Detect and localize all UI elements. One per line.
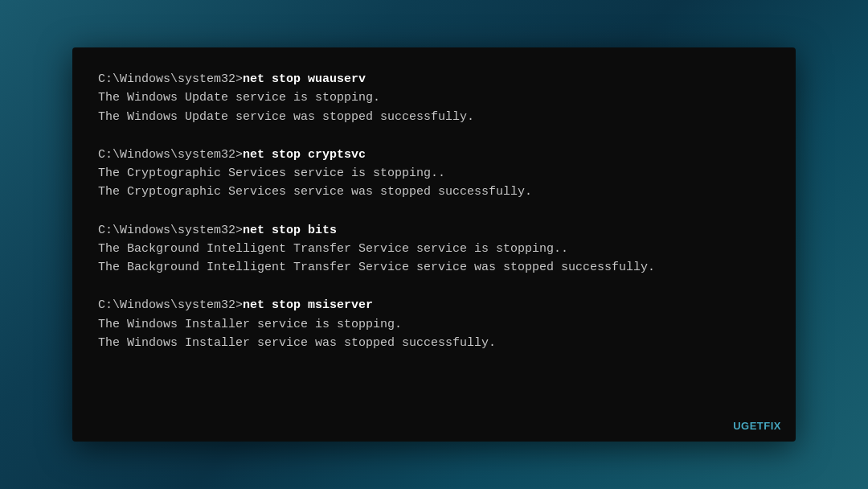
terminal-content: C:\Windows\system32>net stop wuauserv Th… bbox=[98, 70, 770, 352]
output-line-1-2: The Windows Update service was stopped s… bbox=[98, 108, 770, 126]
command-text-3: net stop bits bbox=[243, 224, 337, 237]
watermark-suffix: FIX bbox=[764, 420, 781, 432]
output-line-4-1: The Windows Installer service is stoppin… bbox=[98, 315, 770, 334]
terminal-wrapper: C:\Windows\system32>net stop wuauserv Th… bbox=[72, 47, 796, 442]
cmd-line-3: C:\Windows\system32>net stop bits bbox=[98, 221, 770, 240]
output-line-1-1: The Windows Update service is stopping. bbox=[98, 88, 770, 107]
cmd-line-1: C:\Windows\system32>net stop wuauserv bbox=[98, 70, 770, 88]
output-line-3-2: The Background Intelligent Transfer Serv… bbox=[98, 258, 770, 277]
command-block-4: C:\Windows\system32>net stop msiserver T… bbox=[98, 296, 770, 352]
watermark: UGETFIX bbox=[733, 420, 781, 432]
command-text-2: net stop cryptsvc bbox=[243, 148, 366, 162]
output-line-2-1: The Cryptographic Services service is st… bbox=[98, 164, 770, 183]
output-line-4-2: The Windows Installer service was stoppe… bbox=[98, 334, 770, 352]
command-text-4: net stop msiserver bbox=[243, 298, 373, 312]
command-block-3: C:\Windows\system32>net stop bits The Ba… bbox=[98, 221, 770, 277]
prompt-1: C:\Windows\system32> bbox=[98, 72, 243, 86]
prompt-2: C:\Windows\system32> bbox=[98, 148, 243, 162]
output-line-2-2: The Cryptographic Services service was s… bbox=[98, 183, 770, 201]
cmd-line-2: C:\Windows\system32>net stop cryptsvc bbox=[98, 146, 770, 164]
terminal-window: C:\Windows\system32>net stop wuauserv Th… bbox=[72, 47, 796, 442]
command-block-2: C:\Windows\system32>net stop cryptsvc Th… bbox=[98, 146, 770, 202]
watermark-accent: GET bbox=[741, 420, 764, 432]
command-block-1: C:\Windows\system32>net stop wuauserv Th… bbox=[98, 70, 770, 126]
prompt-4: C:\Windows\system32> bbox=[98, 298, 243, 312]
prompt-3: C:\Windows\system32> bbox=[98, 224, 243, 237]
output-line-3-1: The Background Intelligent Transfer Serv… bbox=[98, 240, 770, 258]
command-text-1: net stop wuauserv bbox=[243, 72, 366, 86]
watermark-prefix: U bbox=[733, 420, 741, 432]
cmd-line-4: C:\Windows\system32>net stop msiserver bbox=[98, 296, 770, 314]
